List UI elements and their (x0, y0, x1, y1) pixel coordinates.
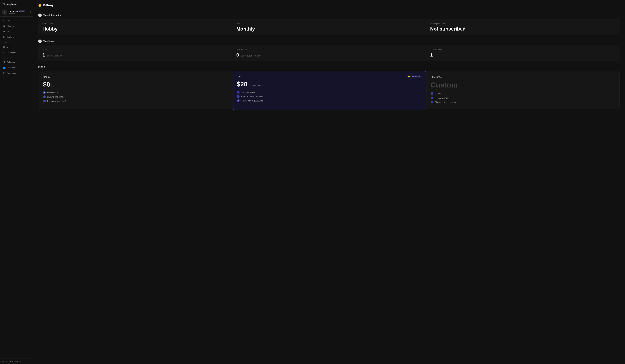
subscription-number: 1 (38, 14, 42, 17)
sidebar-nav: ⬡ Pipes ◉ Memory ⊟ Analytics ⊞ Explore L… (0, 17, 33, 359)
sidebar-item-memory[interactable]: ◉ Memory (0, 23, 33, 29)
usage-title: 2 Your Usage (38, 39, 620, 43)
sidebar: ⊞ Langbase ⊞ Langbase Hobby langbase ⇅ ⬡… (0, 0, 33, 364)
usage-section: 2 Your Usage Pipes 1 out of Unlimited To… (38, 39, 620, 61)
usage-title-text: Your Usage (43, 40, 55, 42)
get-started-label: Get started here (5, 360, 18, 363)
list-item: ✓ 1K runs /mo (beta) (43, 95, 228, 98)
members-usage-value: 1 (430, 52, 616, 58)
check-icon: ✓ (431, 101, 433, 103)
page-title: Billing (43, 3, 53, 7)
usage-number: 2 (38, 39, 42, 43)
check-icon: ✓ (431, 92, 433, 95)
list-item: ✓ Unlimited Pipes (43, 91, 228, 94)
sidebar-item-label: Feedback (7, 72, 16, 74)
sidebar-item-label: Changelog (7, 51, 17, 54)
docs-icon: ▦ (3, 45, 5, 48)
badge-text: Most popular (411, 76, 420, 78)
pipes-usage-label: Pipes (42, 48, 228, 51)
sidebar-item-docs[interactable]: ▦ Docs (0, 44, 33, 50)
sidebar-item-label: Analytics (7, 30, 15, 33)
sidebar-logo: ⊞ Langbase (0, 0, 33, 8)
langbase-logo-icon: ⊞ (3, 3, 5, 6)
sidebar-item-label: Follow us (7, 61, 15, 63)
app-name: Langbase (6, 3, 17, 5)
explore-icon: ⊞ (3, 35, 5, 38)
feature-text: 5 memory sets (beta) (47, 100, 66, 102)
term-label: Term (236, 23, 422, 25)
analytics-icon: ⊟ (3, 30, 5, 33)
pipes-usage-value: 1 out of Unlimited (42, 52, 228, 58)
pro-price-amount: $20 (237, 81, 248, 88)
feature-text: Discount on usage runs (435, 101, 456, 103)
memory-icon: ◉ (3, 25, 5, 27)
current-plan-card: Current Plan Hobby (38, 19, 232, 35)
pro-plan-name: Pro (237, 75, 241, 78)
feature-text: ∞ RAG Memory (435, 97, 449, 99)
requests-usage-suffix: out of 10K this month (241, 55, 261, 57)
account-username: langbase (8, 12, 28, 14)
feature-text: Unlimited Pipes (241, 91, 255, 93)
sidebar-item-pipes[interactable]: ⬡ Pipes (0, 18, 33, 23)
pipes-usage-card: Pipes 1 out of Unlimited (38, 45, 232, 61)
account-switcher[interactable]: ⊞ Langbase Hobby langbase ⇅ (0, 8, 33, 17)
requests-usage-card: Total Requests 0 out of 10K this month (232, 45, 426, 61)
sidebar-item-explore[interactable]: ⊞ Explore (0, 34, 33, 40)
check-icon: ✓ (237, 91, 240, 93)
page-header: 🪙 Billing (33, 0, 625, 10)
main-content: 🪙 Billing 1 Your Subscription Current Pl… (33, 0, 625, 364)
feedback-icon: ◻ (3, 72, 5, 74)
list-item: ✓ 5 memory sets (beta) (43, 100, 228, 102)
sidebar-item-label: Explore (7, 36, 14, 38)
chevron-icon: ⇅ (29, 11, 31, 13)
pipes-usage-suffix: out of Unlimited (47, 55, 62, 57)
account-name: Langbase Hobby (8, 10, 28, 12)
sidebar-item-follow-us[interactable]: 🛡 Follow us (0, 60, 33, 65)
subscription-status-card: Subscription status Not subscribed (426, 19, 620, 35)
billing-content: 1 Your Subscription Current Plan Hobby T… (33, 10, 625, 118)
list-item: ✓ ∞ RAG Memory (431, 96, 615, 99)
feature-text: Unlimited Pipes (47, 91, 61, 94)
enterprise-plan-header: Enterprise (431, 76, 615, 78)
feature-text: 1K runs /mo (beta) (47, 96, 64, 98)
badge-icon: ⭐ (408, 76, 410, 78)
plans-row: Hobby $0 Free ✓ Unlimited Pipes ✓ 1K (38, 71, 620, 110)
enterprise-price-amount: Custom (431, 81, 458, 89)
hobby-plan-name: Hobby (43, 76, 50, 78)
sidebar-item-contact-us[interactable]: 👥 Contact us (0, 65, 33, 70)
pro-price-period: per user / month (249, 85, 263, 87)
term-value: Monthly (236, 26, 422, 32)
sidebar-item-label: Memory (7, 25, 14, 27)
hobby-features: ✓ Unlimited Pipes ✓ 1K runs /mo (beta) ✓… (43, 91, 228, 102)
sidebar-item-changelog[interactable]: ◻ Changelog (0, 50, 33, 55)
term-card: Term Monthly (232, 19, 426, 35)
get-started-link[interactable]: ⊞ Get started here » (2, 360, 31, 363)
hobby-plan-price: $0 Free (43, 81, 228, 88)
most-popular-badge: ⭐ Most popular (406, 75, 422, 78)
check-icon: ✓ (43, 100, 46, 102)
pro-plan-card: Pro ⭐ Most popular $20 per user / month … (233, 71, 426, 110)
list-item: ✓ ∞ Runs (431, 92, 615, 95)
check-icon: ✓ (237, 99, 240, 102)
check-icon: ✓ (43, 91, 46, 94)
hobby-price-period: Free (51, 85, 56, 87)
feature-text: Runs: Then at $0.002/run (241, 100, 263, 102)
sidebar-item-label: Contact us (7, 66, 16, 69)
sidebar-item-feedback[interactable]: ◻ Feedback (0, 70, 33, 76)
requests-usage-value: 0 out of 10K this month (236, 52, 422, 58)
get-started-icon: ⊞ (2, 360, 4, 363)
subscription-title: 1 Your Subscription (38, 14, 620, 17)
requests-usage-label: Total Requests (236, 48, 422, 51)
connect-section-label: Connect (0, 55, 33, 60)
check-icon: ✓ (237, 95, 240, 98)
members-usage-card: Total Members 1 (426, 45, 620, 61)
subscription-status-value: Not subscribed (430, 26, 616, 32)
account-icon: ⊞ (2, 10, 7, 15)
sidebar-item-label: Docs (7, 46, 12, 48)
contact-us-icon: 👥 (3, 66, 5, 69)
check-icon: ✓ (431, 96, 433, 99)
hobby-plan-card: Hobby $0 Free ✓ Unlimited Pipes ✓ 1K (39, 71, 232, 109)
get-started-arrow: » (20, 360, 21, 363)
current-plan-value: Hobby (42, 26, 228, 32)
sidebar-item-analytics[interactable]: ⊟ Analytics (0, 29, 33, 34)
